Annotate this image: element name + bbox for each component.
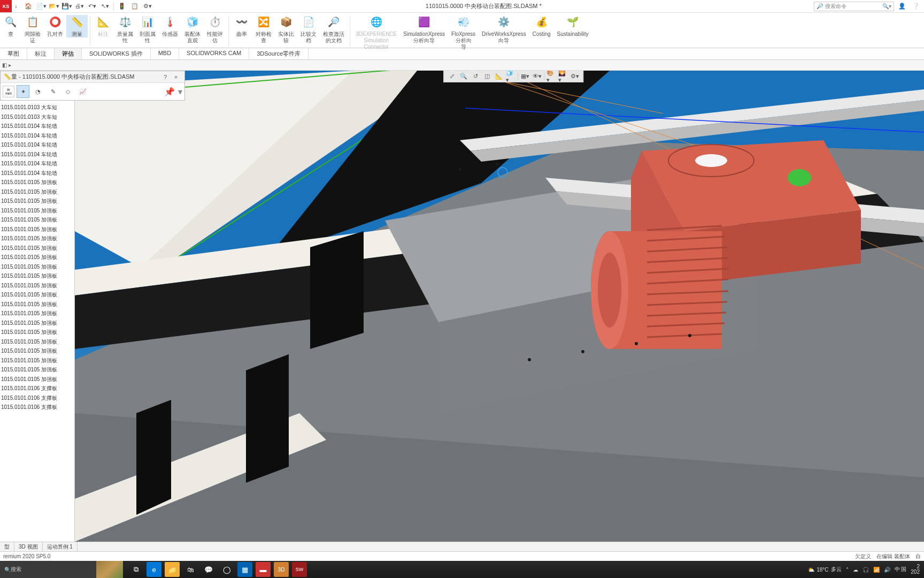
tab-MBD[interactable]: MBD [151, 48, 179, 59]
ribbon-剖面属[interactable]: 📊剖面属性 [136, 15, 159, 44]
tree-item[interactable]: 1015.0101.0105 加强板 [0, 206, 74, 216]
traffic-light-icon[interactable]: 🚦 [116, 1, 128, 12]
tree-item[interactable]: 1015.0101.0105 加强板 [0, 262, 74, 272]
select-icon[interactable]: ↖▾ [99, 1, 111, 12]
ribbon-孔对齐[interactable]: ⭕孔对齐 [44, 15, 66, 37]
tree-item[interactable]: 1015.0101.0105 加强板 [0, 309, 74, 318]
ribbon-Sustainability[interactable]: 🌱Sustainability [554, 15, 592, 37]
tree-item[interactable]: 1015.0101.0105 加强板 [0, 187, 74, 197]
clock[interactable]: 2 202 [911, 564, 920, 575]
store-icon[interactable]: 🛍 [183, 562, 198, 577]
ribbon-质量属[interactable]: ⚖️质量属性 [114, 15, 136, 44]
tree-item[interactable]: 1015.0101.0104 车轮墙 [0, 121, 74, 131]
help-icon[interactable]: ❔ [910, 1, 922, 12]
view-orientation-icon[interactable]: 🧊▾ [506, 72, 515, 81]
view-settings-icon[interactable]: ⚙▾ [570, 72, 580, 81]
tree-item[interactable]: 1015.0101.0105 加强板 [0, 225, 74, 234]
help-icon[interactable]: ? [160, 74, 171, 80]
ribbon-SimulationXpress[interactable]: 🟪SimulationXpress分析向导 [400, 15, 448, 44]
tree-item[interactable]: 1015.0101.0104 车轮墙 [0, 150, 74, 159]
tree-item[interactable]: 1015.0101.0105 加强板 [0, 271, 74, 281]
tree-item[interactable]: 1015.0101.0104 车轮墙 [0, 140, 74, 150]
tree-item[interactable]: 1015.0101.0103 大车短 [0, 103, 74, 112]
app-icon[interactable]: ◯ [219, 562, 234, 577]
volume-icon[interactable]: 🔊 [884, 567, 890, 573]
command-search-input[interactable]: 🔎 搜索命令 🔍▾ [814, 2, 894, 11]
tray-chevron-icon[interactable]: ˄ [846, 567, 849, 573]
cloud-icon[interactable]: ☁ [853, 567, 858, 573]
chevron-right-icon[interactable]: › [12, 3, 20, 10]
tree-item[interactable]: 1015.0101.0104 车轮墙 [0, 131, 74, 141]
rebuild-icon[interactable]: 📋 [129, 1, 141, 12]
display-style-icon[interactable]: ▦▾ [520, 72, 530, 81]
dynamic-annotation-icon[interactable]: 📐 [494, 72, 504, 81]
tab-3DSource零件库[interactable]: 3DSource零件库 [249, 48, 309, 59]
ribbon-查[interactable]: 🔍查 [0, 15, 21, 37]
pin-icon[interactable]: 📌 [164, 87, 175, 97]
graphics-viewport[interactable]: ⤢ 🔍 ↺ ◫ 📐 🧊▾ ▦▾ 👁▾ 🎨▾ 🌄▾ ⚙▾ [75, 71, 924, 542]
previous-view-icon[interactable]: ↺ [471, 72, 480, 81]
feature-tree[interactable]: 1015.0101.0103 大车短1015.0101.0103 大车短1015… [0, 71, 74, 412]
ribbon-Costing[interactable]: 💰Costing [529, 15, 554, 37]
zoom-area-icon[interactable]: 🔍 [459, 72, 468, 81]
ribbon-传感器[interactable]: 🌡️传感器 [159, 15, 181, 37]
edge-icon[interactable]: e [147, 562, 161, 577]
undo-icon[interactable]: ↶▾ [87, 1, 98, 12]
tree-item[interactable]: 1015.0101.0106 支撑板 [0, 393, 74, 403]
ime-indicator[interactable]: 中 国 [895, 566, 907, 573]
measure-point-to-point-button[interactable]: ✦ [17, 85, 29, 98]
tab-评估[interactable]: 评估 [55, 48, 82, 59]
tab-SOLIDWORKS CAM[interactable]: SOLIDWORKS CAM [179, 48, 249, 59]
ribbon-检查激活[interactable]: 🔎检查激活的文档 [320, 15, 348, 44]
tree-item[interactable]: 1015.0101.0104 车轮墙 [0, 159, 74, 169]
app-icon-red[interactable]: ▬ [256, 562, 271, 577]
tree-item[interactable]: 1015.0101.0105 加强板 [0, 290, 74, 300]
section-view-icon[interactable]: ◫ [482, 72, 492, 81]
bottom-tab-运动算例 1[interactable]: 运动算例 1 [43, 542, 78, 551]
tree-item[interactable]: 1015.0101.0106 支撑板 [0, 402, 74, 412]
user-icon[interactable]: 👤 [896, 1, 908, 12]
tree-item[interactable]: 1015.0101.0105 加强板 [0, 337, 74, 347]
chevron-down-icon[interactable]: ▾ [178, 87, 182, 97]
save-icon[interactable]: 💾▾ [61, 1, 73, 12]
ribbon-性能评[interactable]: ⏱️性能评估 [204, 15, 226, 44]
tree-item[interactable]: 1015.0101.0105 加强板 [0, 178, 74, 187]
tab-SOLIDWORKS 插件[interactable]: SOLIDWORKS 插件 [82, 48, 151, 59]
tree-item[interactable]: 1015.0101.0105 加强板 [0, 244, 74, 253]
hide-show-icon[interactable]: 👁▾ [532, 72, 542, 81]
tree-item[interactable]: 1015.0101.0105 加强板 [0, 253, 74, 262]
measure-history-button[interactable]: 📈 [76, 85, 89, 98]
task-view-icon[interactable]: ⧉ [128, 562, 143, 577]
ribbon-装配体[interactable]: 🧊装配体直观 [181, 15, 204, 44]
chat-icon[interactable]: 💬 [201, 562, 216, 577]
tab-标注[interactable]: 标注 [27, 48, 55, 59]
weather-widget[interactable]: ⛅ 18°C 多云 [808, 566, 841, 573]
headset-icon[interactable]: 🎧 [863, 567, 869, 573]
measure-arc-button[interactable]: ◔ [32, 85, 44, 98]
tree-item[interactable]: 1015.0101.0105 加强板 [0, 375, 74, 384]
panel-tab-icon[interactable]: ▸ [9, 62, 11, 68]
panel-tab-icon[interactable]: ◧ [2, 62, 7, 68]
bottom-tab-型[interactable]: 型 [0, 542, 14, 551]
tree-item[interactable]: 1015.0101.0103 大车短 [0, 112, 74, 122]
taskbar-widget-thumb[interactable] [96, 561, 123, 578]
tree-item[interactable]: 1015.0101.0104 车轮墙 [0, 169, 74, 178]
ribbon-曲率[interactable]: 〰️曲率 [231, 15, 252, 37]
tree-item[interactable]: 1015.0101.0105 加强板 [0, 196, 74, 206]
solidworks-3d-icon[interactable]: 3D [274, 562, 289, 577]
apply-scene-icon[interactable]: 🌄▾ [558, 72, 568, 81]
calculator-icon[interactable]: ▦ [237, 562, 252, 577]
settings-icon[interactable]: ⚙▾ [142, 1, 153, 12]
measure-xyz-button[interactable]: ✎ [47, 85, 59, 98]
ribbon-对称检[interactable]: 🔀对称检查 [252, 15, 275, 44]
new-icon[interactable]: 📄▾ [35, 1, 47, 12]
tree-item[interactable]: 1015.0101.0105 加强板 [0, 281, 74, 291]
tab-草图[interactable]: 草图 [0, 48, 27, 59]
print-icon[interactable]: 🖨▾ [74, 1, 86, 12]
tree-item[interactable]: 1015.0101.0105 加强板 [0, 300, 74, 309]
search-dropdown-icon[interactable]: 🔍▾ [882, 3, 891, 9]
home-icon[interactable]: 🏠 [22, 1, 34, 12]
taskbar-search[interactable]: 🔍 搜索 [0, 561, 96, 578]
solidworks-2020-icon[interactable]: SW [292, 562, 307, 577]
measure-panel-titlebar[interactable]: 📏 量 - 1101015.0000 中央移动台装配图.SLDASM ? × [1, 71, 184, 83]
